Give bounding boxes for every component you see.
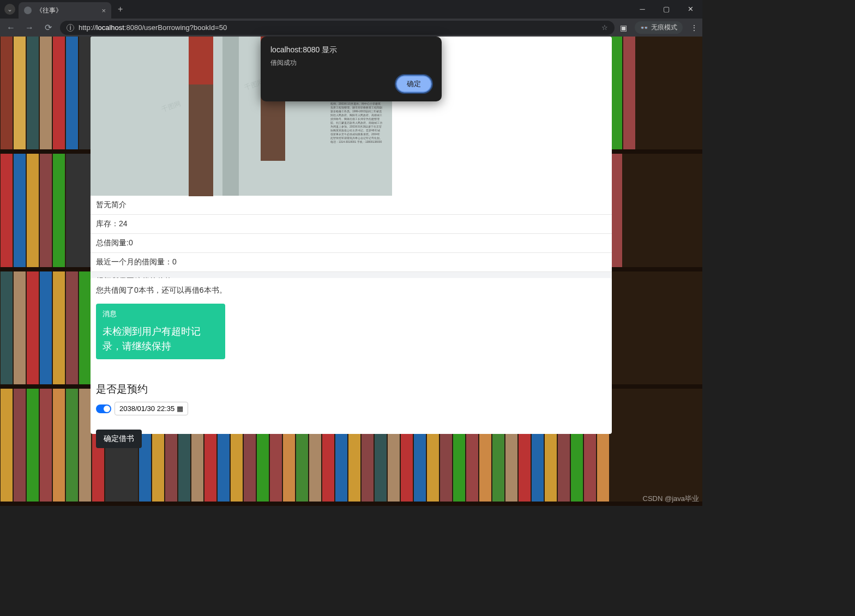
reserve-section: 是否是预约 2038/01/30 22:35 ▦ 确定借书 (96, 382, 606, 448)
nav-bar: ← → ⟳ i http://localhost:8080/userBorrow… (0, 19, 702, 37)
book-info-list: 暂无简介 库存：24 总借阅量:0 最近一个月的借阅量：0 损坏所需要赔偿的价格… (91, 196, 612, 291)
total-borrow-row: 总借阅量:0 (91, 234, 612, 253)
page-area: 千图网 千图网 1968-1972年在宁公社总部剧团工作员。获道班道意事。197… (0, 37, 702, 506)
calendar-icon[interactable]: ▦ (177, 404, 183, 413)
confirm-borrow-button[interactable]: 确定借书 (96, 430, 142, 448)
incognito-label: 无痕模式 (651, 23, 677, 32)
dialog-ok-button[interactable]: 确定 (396, 75, 432, 93)
menu-icon[interactable]: ⋮ (690, 23, 698, 32)
minimize-button[interactable]: ─ (630, 0, 654, 17)
incognito-icon: 👓 (640, 24, 648, 32)
forward-button[interactable]: → (23, 23, 36, 33)
panel-icon[interactable]: ▣ (620, 23, 627, 32)
month-borrow-row: 最近一个月的借阅量：0 (91, 253, 612, 272)
footer-watermark: CSDN @java毕业 (643, 494, 700, 504)
stock-row: 库存：24 (91, 215, 612, 234)
intro-text: 暂无简介 (96, 200, 127, 209)
back-button[interactable]: ← (4, 23, 17, 33)
notice-title: 消息 (103, 309, 219, 319)
datetime-input[interactable]: 2038/01/30 22:35 ▦ (115, 402, 188, 415)
url-bar[interactable]: i http://localhost:8080/userBorrowing?bo… (60, 21, 615, 35)
url-rest: :8080/userBorrowing?bookId=50 (124, 23, 227, 32)
reload-button[interactable]: ⟳ (41, 22, 55, 33)
browser-chrome: ⌄ 《往事》 × + ─ ▢ ✕ ← → ⟳ i http://localhos… (0, 0, 702, 37)
tab-bar: ⌄ 《往事》 × + ─ ▢ ✕ (0, 0, 702, 19)
close-window-button[interactable]: ✕ (678, 0, 702, 17)
star-icon[interactable]: ☆ (601, 23, 608, 32)
dialog-message: 借阅成功 (270, 58, 432, 68)
url-prefix: http:// (79, 23, 97, 32)
window-controls: ─ ▢ ✕ (630, 0, 702, 17)
reserve-controls: 2038/01/30 22:35 ▦ (96, 402, 606, 415)
new-tab-button[interactable]: + (118, 4, 123, 14)
incognito-badge[interactable]: 👓 无痕模式 (635, 21, 683, 34)
url-host: localhost (97, 23, 124, 32)
datetime-value: 2038/01/30 22:35 (119, 404, 174, 413)
borrow-card: 您共借阅了0本书，还可以再借6本书。 消息 未检测到用户有超时记录，请继续保持 … (91, 278, 612, 434)
close-tab-icon[interactable]: × (101, 7, 106, 15)
maximize-button[interactable]: ▢ (654, 0, 678, 17)
total-borrow-value: 0 (129, 238, 133, 247)
notice-box: 消息 未检测到用户有超时记录，请继续保持 (96, 304, 225, 359)
tabs-dropdown-button[interactable]: ⌄ (4, 4, 15, 15)
browser-tab[interactable]: 《往事》 × (19, 2, 111, 19)
dialog-title: localhost:8080 显示 (270, 45, 432, 55)
notice-body: 未检测到用户有超时记录，请继续保持 (103, 324, 219, 354)
reserve-title: 是否是预约 (96, 382, 606, 396)
reserve-toggle[interactable] (96, 404, 111, 413)
favicon-icon (24, 7, 32, 14)
site-info-icon[interactable]: i (67, 24, 74, 32)
month-borrow-label: 最近一个月的借阅量： (96, 257, 172, 266)
alert-dialog: localhost:8080 显示 借阅成功 确定 (261, 37, 442, 101)
toolbar-right: ▣ 👓 无痕模式 ⋮ (620, 21, 698, 34)
borrow-status-text: 您共借阅了0本书，还可以再借6本书。 (96, 286, 606, 295)
stock-value: 24 (119, 219, 128, 228)
intro-row: 暂无简介 (91, 196, 612, 215)
total-borrow-label: 总借阅量: (96, 238, 129, 247)
stock-label: 库存： (96, 219, 119, 228)
tab-title: 《往事》 (36, 6, 62, 15)
month-borrow-value: 0 (172, 257, 177, 266)
